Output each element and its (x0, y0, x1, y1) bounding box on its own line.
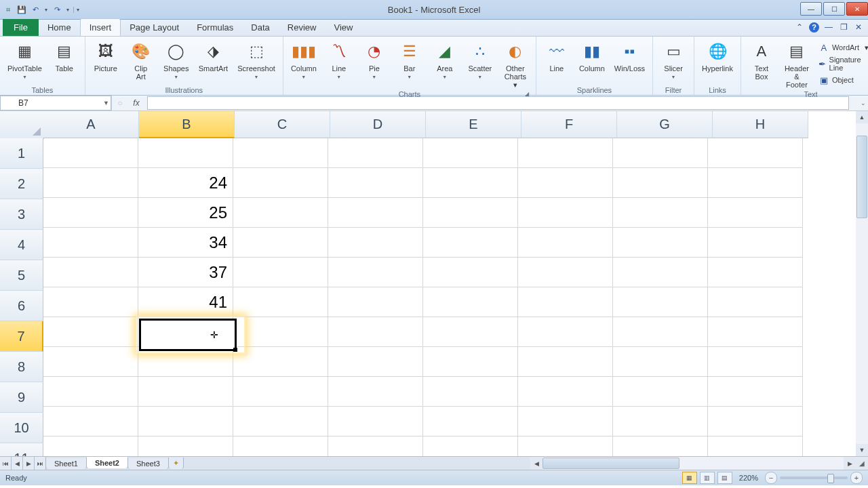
cell-C8[interactable] (233, 347, 328, 377)
row-header-10[interactable]: 10 (0, 413, 43, 443)
cell-H9[interactable] (708, 377, 803, 407)
cell-G8[interactable] (613, 347, 708, 377)
cell-B4[interactable]: 34 (138, 228, 233, 258)
cell-B7[interactable] (138, 317, 233, 347)
tab-page-layout[interactable]: Page Layout (121, 19, 188, 36)
cell-F2[interactable] (518, 168, 613, 198)
cell-B2[interactable]: 24 (138, 168, 233, 198)
cell-E2[interactable] (423, 168, 518, 198)
cell-E10[interactable] (423, 407, 518, 436)
scroll-left-icon[interactable]: ◀ (530, 457, 542, 470)
cell-A7[interactable] (43, 317, 138, 347)
cell-D3[interactable] (328, 198, 423, 228)
cell-F5[interactable] (518, 258, 613, 287)
scroll-up-icon[interactable]: ▲ (856, 111, 868, 123)
cancel-formula-icon[interactable]: ○ (112, 96, 128, 110)
scroll-down-icon[interactable]: ▼ (856, 444, 868, 456)
cell-B8[interactable] (138, 347, 233, 377)
cell-F7[interactable] (518, 317, 613, 347)
object-button[interactable]: ▣Object (814, 72, 868, 88)
cells-grid[interactable]: 2425343741 (43, 138, 856, 456)
tab-view[interactable]: View (325, 19, 361, 36)
workbook-minimize-icon[interactable]: — (823, 22, 834, 33)
cell-G1[interactable] (613, 138, 708, 168)
cell-H3[interactable] (708, 198, 803, 228)
sheet-nav-next-icon[interactable]: ▶ (23, 457, 35, 470)
row-header-5[interactable]: 5 (0, 260, 43, 291)
save-icon[interactable]: 💾 (16, 4, 27, 15)
cell-F9[interactable] (518, 377, 613, 407)
cell-E4[interactable] (423, 228, 518, 258)
cell-B5[interactable]: 37 (138, 258, 233, 287)
cell-D4[interactable] (328, 228, 423, 258)
area-chart-button[interactable]: ◢Area▼ (427, 39, 462, 83)
cell-H4[interactable] (708, 228, 803, 258)
column-header-E[interactable]: E (426, 111, 521, 138)
cell-C4[interactable] (233, 228, 328, 258)
cell-C7[interactable] (233, 317, 328, 347)
scatter-chart-button[interactable]: ∴Scatter▼ (462, 39, 498, 83)
slicer-button[interactable]: ▭Slicer▼ (656, 39, 691, 83)
signature-line-button[interactable]: ✒Signature Line ▾ (814, 56, 868, 72)
cell-A3[interactable] (43, 198, 138, 228)
shapes-button[interactable]: ◯Shapes▼ (159, 39, 194, 83)
cell-B9[interactable] (138, 377, 233, 407)
horizontal-scrollbar[interactable]: ◀ ▶ (530, 457, 856, 470)
column-header-D[interactable]: D (330, 111, 426, 138)
table-button[interactable]: ▤Table (47, 39, 82, 74)
cell-E8[interactable] (423, 347, 518, 377)
zoom-level[interactable]: 220% (739, 474, 758, 482)
cell-G3[interactable] (613, 198, 708, 228)
undo-dropdown-icon[interactable]: ▾ (43, 7, 49, 13)
row-header-9[interactable]: 9 (0, 382, 43, 413)
sheet-nav-last-icon[interactable]: ⏭ (35, 457, 46, 470)
cell-H8[interactable] (708, 347, 803, 377)
redo-dropdown-icon[interactable]: ▾ (65, 7, 71, 13)
sheet-tab-sheet2[interactable]: Sheet2 (86, 457, 128, 468)
sheet-tab-sheet1[interactable]: Sheet1 (45, 458, 87, 469)
cell-A1[interactable] (43, 138, 138, 168)
sheet-nav-first-icon[interactable]: ⏮ (0, 457, 12, 470)
sparkline-winloss-button[interactable]: ▪▪Win/Loss (610, 39, 650, 74)
select-all-corner[interactable] (0, 111, 44, 139)
row-header-8[interactable]: 8 (0, 352, 43, 382)
cell-A4[interactable] (43, 228, 138, 258)
cell-G9[interactable] (613, 377, 708, 407)
cell-G7[interactable] (613, 317, 708, 347)
cell-D5[interactable] (328, 258, 423, 287)
column-header-G[interactable]: G (617, 111, 713, 138)
zoom-slider[interactable] (780, 476, 848, 479)
cell-B6[interactable]: 41 (138, 287, 233, 317)
row-header-3[interactable]: 3 (0, 199, 43, 230)
scroll-right-icon[interactable]: ▶ (844, 457, 856, 470)
minimize-ribbon-icon[interactable]: ⌃ (794, 22, 805, 33)
undo-icon[interactable]: ↶ (30, 4, 41, 15)
minimize-button[interactable]: — (800, 2, 822, 16)
cell-A6[interactable] (43, 287, 138, 317)
zoom-in-button[interactable]: + (850, 472, 863, 484)
cell-F1[interactable] (518, 138, 613, 168)
vertical-scrollbar[interactable]: ▲ ▼ (856, 111, 868, 456)
column-header-F[interactable]: F (521, 111, 617, 138)
sparkline-line-button[interactable]: 〰Line (539, 39, 574, 74)
column-header-B[interactable]: B (139, 111, 235, 138)
column-header-A[interactable]: A (43, 111, 139, 138)
cell-E7[interactable] (423, 317, 518, 347)
name-box[interactable]: B7▼ (0, 96, 111, 110)
cell-D8[interactable] (328, 347, 423, 377)
row-header-1[interactable]: 1 (0, 138, 43, 169)
cell-G10[interactable] (613, 407, 708, 436)
row-header-2[interactable]: 2 (0, 169, 43, 199)
cell-C10[interactable] (233, 407, 328, 436)
cell-D1[interactable] (328, 138, 423, 168)
tab-review[interactable]: Review (279, 19, 326, 36)
zoom-slider-knob[interactable] (827, 474, 834, 483)
wordart-button[interactable]: AWordArt ▾ (814, 39, 868, 56)
cell-A8[interactable] (43, 347, 138, 377)
cell-D2[interactable] (328, 168, 423, 198)
header-footer-button[interactable]: ▤Header& Footer (779, 39, 814, 90)
row-header-6[interactable]: 6 (0, 291, 43, 321)
cell-A5[interactable] (43, 258, 138, 287)
cell-H6[interactable] (708, 287, 803, 317)
redo-icon[interactable]: ↷ (52, 4, 62, 15)
